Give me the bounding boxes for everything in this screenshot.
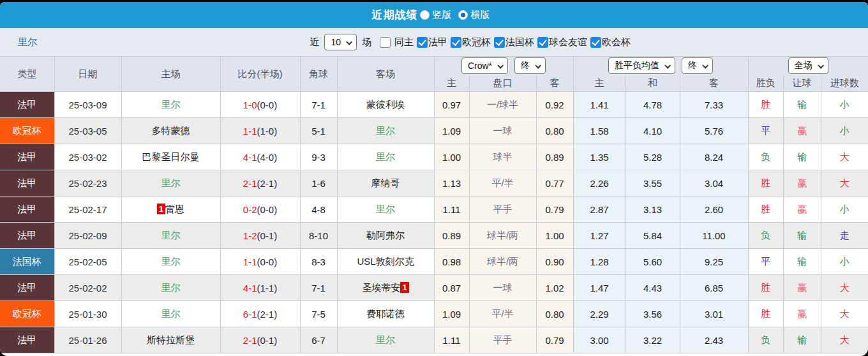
league-cell: 欧冠杯 (0, 118, 54, 144)
same-home-checkbox[interactable] (380, 37, 391, 48)
avg-draw-cell: 5.60 (625, 249, 680, 275)
recent-count-select[interactable]: 10 (324, 34, 357, 50)
sub-header-result-wdl: 胜负 (748, 75, 783, 92)
home-team-cell: 里尔 (121, 301, 220, 327)
panel-title: 近期战绩 (372, 8, 418, 22)
away-team-cell: 蒙彼利埃 (337, 92, 434, 118)
match-date: 25-02-05 (68, 256, 107, 267)
avg-away-cell: 2.60 (680, 197, 748, 223)
match-row: 欧冠杯25-03-05多特蒙德1-1(1-0)5-1里尔1.09一球0.801.… (0, 118, 868, 144)
halftime-score: (1-1) (257, 283, 278, 293)
filterbar: 里尔 近 10 场 同主 法甲 欧冠杯 法国杯 球会友谊 欧会杯 (0, 28, 868, 56)
score-cell: 2-1(0-1) (220, 327, 300, 353)
avg-away-cell: 6.85 (680, 275, 748, 301)
team-name: 里尔 (161, 256, 181, 267)
team-name: 里尔 (161, 177, 181, 188)
away-team-cell: 费耶诺德 (337, 301, 434, 327)
odds-home-cell: 0.97 (434, 92, 469, 118)
odds-away-cell: 1.02 (536, 275, 573, 301)
avg-source-select[interactable]: 胜平负均值 (608, 57, 675, 74)
odds-home-cell: 0.87 (434, 275, 469, 301)
league-checkbox-ligue1[interactable] (417, 37, 428, 48)
handicap-cell: 平/半 (469, 301, 536, 327)
result-wdl-cell: 胜 (748, 92, 783, 118)
halftime-score: (0-0) (257, 100, 278, 110)
avg-away-cell: 8.24 (680, 144, 748, 170)
radio-horizontal-layout[interactable] (458, 10, 468, 20)
match-date: 25-03-05 (68, 126, 107, 137)
home-team-cell: 巴黎圣日尔曼 (121, 144, 220, 170)
team-name: 多特蒙德 (152, 125, 190, 136)
result-wdl-cell: 胜 (748, 197, 783, 223)
matches-label: 场 (362, 36, 371, 48)
match-date: 25-02-09 (68, 230, 107, 241)
match-scope-select[interactable]: 全场 (788, 57, 828, 74)
odds-source-select[interactable]: Crow* (461, 57, 508, 74)
radio-vertical-label[interactable]: 竖版 (433, 9, 452, 21)
match-row: 法甲25-02-09里尔1-2(0-1)8-10勒阿弗尔0.89球半/两1.00… (0, 223, 868, 249)
away-team-cell: 里尔 (337, 118, 434, 144)
sub-header-avg-draw: 和 (625, 75, 680, 92)
result-goals-cell: 大 (821, 144, 868, 170)
match-row: 法甲25-02-171雷恩0-2(0-0)4-8里尔1.11平手0.792.87… (0, 197, 868, 223)
result-handicap-cell: 赢 (783, 197, 821, 223)
league-checkbox-friendly[interactable] (537, 37, 548, 48)
result-goals-cell: 大 (821, 327, 868, 353)
league-checkbox-conference[interactable] (590, 37, 601, 48)
avg-draw-cell: 3.56 (625, 301, 680, 327)
odds-stage-select-1[interactable]: 终 (514, 57, 546, 74)
league-label-ucl: 欧冠杯 (462, 36, 491, 48)
radio-vertical-layout[interactable] (420, 10, 430, 20)
avg-away-cell: 5.76 (680, 118, 748, 144)
league-cell: 法甲 (0, 170, 54, 197)
date-cell: 25-02-02 (54, 275, 121, 301)
fulltime-score: 1-2 (243, 230, 257, 241)
avg-away-cell: 7.33 (680, 92, 748, 118)
odds-away-cell: 0.90 (536, 249, 573, 275)
titlebar: 近期战绩 竖版 横版 (0, 2, 868, 28)
score-cell: 6-1(2-1) (220, 301, 300, 327)
team-name: USL敦刻尔克 (357, 256, 414, 267)
odds-home-cell: 1.11 (434, 197, 469, 223)
away-team-cell: 摩纳哥 (337, 170, 434, 197)
odds-stage-select-2[interactable]: 终 (682, 57, 713, 74)
team-name-link[interactable]: 里尔 (18, 36, 37, 48)
date-cell: 25-02-23 (54, 170, 121, 197)
home-team-cell: 里尔 (121, 92, 220, 118)
league-cell: 法甲 (0, 327, 54, 353)
match-date: 25-02-23 (68, 178, 107, 189)
avg-home-cell: 2.29 (573, 301, 625, 327)
fulltime-score: 6-1 (243, 309, 257, 320)
avg-home-cell: 1.41 (573, 92, 625, 118)
result-goals-cell: 小 (821, 249, 868, 275)
league-cell: 法甲 (0, 197, 54, 223)
result-wdl-cell: 胜 (748, 170, 783, 197)
col-header-score: 比分(半场) (220, 57, 300, 92)
col-header-home: 主场 (121, 57, 220, 92)
fulltime-score: 2-1 (243, 178, 257, 189)
avg-source-value: 胜平负均值 (615, 60, 659, 71)
league-checkbox-ucl[interactable] (451, 37, 461, 48)
halftime-score: (1-0) (257, 126, 278, 137)
sub-header-result-goals: 进球数 (821, 75, 868, 92)
result-wdl-cell: 负 (748, 144, 783, 170)
sub-header-result-handicap: 让球 (783, 75, 821, 92)
radio-horizontal-label[interactable]: 横版 (471, 9, 490, 21)
team-name: 里尔 (161, 282, 181, 293)
team-name: 勒阿弗尔 (366, 230, 405, 241)
team-name: 斯特拉斯堡 (147, 334, 195, 345)
result-goals-cell: 小 (821, 118, 868, 144)
home-team-cell: 1雷恩 (121, 197, 220, 223)
league-checkbox-coupe[interactable] (494, 37, 505, 48)
score-cell: 1-2(0-1) (220, 223, 300, 249)
odds-away-cell: 0.80 (536, 301, 573, 327)
avg-home-cell: 1.27 (573, 223, 625, 249)
chevron-down-icon (702, 63, 708, 69)
avg-draw-cell: 5.28 (625, 144, 680, 170)
league-label-conference: 欧会杯 (602, 36, 631, 48)
avg-draw-cell: 3.22 (625, 327, 680, 353)
results-tbody: 法甲25-03-09里尔1-0(0-0)7-1蒙彼利埃0.97一/球半0.921… (0, 92, 868, 353)
match-date: 25-03-09 (68, 100, 107, 110)
avg-home-cell: 2.26 (573, 170, 625, 197)
away-team-cell: USL敦刻尔克 (337, 249, 434, 275)
